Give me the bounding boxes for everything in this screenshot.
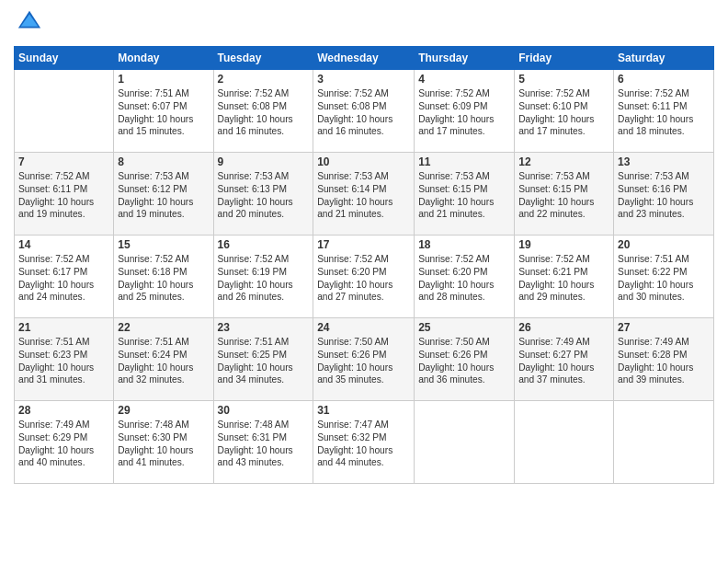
weekday-header-friday: Friday xyxy=(515,47,614,70)
day-number: 4 xyxy=(418,73,510,86)
day-info: Sunrise: 7:53 AMSunset: 6:15 PMDaylight:… xyxy=(518,170,609,221)
day-info: Sunrise: 7:51 AMSunset: 6:24 PMDaylight:… xyxy=(118,336,209,386)
calendar-cell: 11Sunrise: 7:53 AMSunset: 6:15 PMDayligh… xyxy=(415,153,515,236)
day-info: Sunrise: 7:51 AMSunset: 6:22 PMDaylight:… xyxy=(618,253,710,304)
day-number: 28 xyxy=(18,404,109,417)
calendar-cell: 22Sunrise: 7:51 AMSunset: 6:24 PMDayligh… xyxy=(114,318,213,401)
day-info: Sunrise: 7:52 AMSunset: 6:11 PMDaylight:… xyxy=(618,87,710,138)
day-info: Sunrise: 7:52 AMSunset: 6:08 PMDaylight:… xyxy=(317,87,410,138)
day-info: Sunrise: 7:52 AMSunset: 6:10 PMDaylight:… xyxy=(518,87,609,138)
day-number: 26 xyxy=(518,321,609,334)
logo-icon xyxy=(17,9,42,35)
day-info: Sunrise: 7:48 AMSunset: 6:30 PMDaylight:… xyxy=(118,419,209,469)
day-number: 15 xyxy=(118,238,209,251)
day-info: Sunrise: 7:51 AMSunset: 6:07 PMDaylight:… xyxy=(118,87,209,138)
calendar-week-row: 1Sunrise: 7:51 AMSunset: 6:07 PMDaylight… xyxy=(15,70,714,153)
day-number: 16 xyxy=(218,238,310,251)
day-number: 10 xyxy=(317,155,410,168)
day-number: 3 xyxy=(317,73,410,86)
day-info: Sunrise: 7:52 AMSunset: 6:21 PMDaylight:… xyxy=(518,253,609,304)
calendar-cell xyxy=(415,401,515,484)
day-number: 30 xyxy=(218,404,310,417)
day-info: Sunrise: 7:52 AMSunset: 6:18 PMDaylight:… xyxy=(118,253,209,304)
calendar-cell: 31Sunrise: 7:47 AMSunset: 6:32 PMDayligh… xyxy=(313,401,415,484)
day-number: 31 xyxy=(317,404,410,417)
logo xyxy=(14,9,44,39)
weekday-header-monday: Monday xyxy=(114,47,213,70)
day-info: Sunrise: 7:48 AMSunset: 6:31 PMDaylight:… xyxy=(218,419,310,469)
day-info: Sunrise: 7:52 AMSunset: 6:20 PMDaylight:… xyxy=(317,253,410,304)
calendar-cell: 25Sunrise: 7:50 AMSunset: 6:26 PMDayligh… xyxy=(415,318,515,401)
day-info: Sunrise: 7:52 AMSunset: 6:11 PMDaylight:… xyxy=(18,170,109,221)
calendar-cell: 26Sunrise: 7:49 AMSunset: 6:27 PMDayligh… xyxy=(515,318,614,401)
day-number: 8 xyxy=(118,155,209,168)
day-number: 18 xyxy=(418,238,510,251)
day-info: Sunrise: 7:53 AMSunset: 6:15 PMDaylight:… xyxy=(418,170,510,221)
calendar-cell xyxy=(515,401,614,484)
day-number: 1 xyxy=(118,73,209,86)
day-number: 7 xyxy=(18,155,109,168)
page: SundayMondayTuesdayWednesdayThursdayFrid… xyxy=(0,0,728,563)
header xyxy=(14,9,714,39)
day-info: Sunrise: 7:50 AMSunset: 6:26 PMDaylight:… xyxy=(317,336,410,386)
calendar-cell: 20Sunrise: 7:51 AMSunset: 6:22 PMDayligh… xyxy=(614,236,714,318)
day-number: 23 xyxy=(218,321,310,334)
calendar-cell: 4Sunrise: 7:52 AMSunset: 6:09 PMDaylight… xyxy=(415,70,515,153)
day-number: 5 xyxy=(518,73,609,86)
day-number: 11 xyxy=(418,155,510,168)
weekday-header-thursday: Thursday xyxy=(415,47,515,70)
weekday-header-row: SundayMondayTuesdayWednesdayThursdayFrid… xyxy=(15,47,714,70)
day-info: Sunrise: 7:52 AMSunset: 6:09 PMDaylight:… xyxy=(418,87,510,138)
day-number: 24 xyxy=(317,321,410,334)
calendar-cell xyxy=(614,401,714,484)
calendar-cell: 3Sunrise: 7:52 AMSunset: 6:08 PMDaylight… xyxy=(313,70,415,153)
day-info: Sunrise: 7:53 AMSunset: 6:12 PMDaylight:… xyxy=(118,170,209,221)
day-info: Sunrise: 7:49 AMSunset: 6:29 PMDaylight:… xyxy=(18,419,109,469)
day-number: 13 xyxy=(618,155,710,168)
day-info: Sunrise: 7:51 AMSunset: 6:25 PMDaylight:… xyxy=(218,336,310,386)
day-number: 6 xyxy=(618,73,710,86)
day-number: 25 xyxy=(418,321,510,334)
calendar-cell: 14Sunrise: 7:52 AMSunset: 6:17 PMDayligh… xyxy=(15,236,114,318)
calendar-cell: 27Sunrise: 7:49 AMSunset: 6:28 PMDayligh… xyxy=(614,318,714,401)
weekday-header-tuesday: Tuesday xyxy=(213,47,313,70)
day-info: Sunrise: 7:52 AMSunset: 6:19 PMDaylight:… xyxy=(218,253,310,304)
day-info: Sunrise: 7:50 AMSunset: 6:26 PMDaylight:… xyxy=(418,336,510,386)
day-number: 21 xyxy=(18,321,109,334)
day-info: Sunrise: 7:53 AMSunset: 6:13 PMDaylight:… xyxy=(218,170,310,221)
day-number: 9 xyxy=(218,155,310,168)
calendar-cell: 8Sunrise: 7:53 AMSunset: 6:12 PMDaylight… xyxy=(114,153,213,236)
day-number: 12 xyxy=(518,155,609,168)
calendar-cell: 17Sunrise: 7:52 AMSunset: 6:20 PMDayligh… xyxy=(313,236,415,318)
calendar-week-row: 7Sunrise: 7:52 AMSunset: 6:11 PMDaylight… xyxy=(15,153,714,236)
calendar-week-row: 28Sunrise: 7:49 AMSunset: 6:29 PMDayligh… xyxy=(15,401,714,484)
calendar-cell: 10Sunrise: 7:53 AMSunset: 6:14 PMDayligh… xyxy=(313,153,415,236)
calendar-cell: 6Sunrise: 7:52 AMSunset: 6:11 PMDaylight… xyxy=(614,70,714,153)
calendar-cell: 16Sunrise: 7:52 AMSunset: 6:19 PMDayligh… xyxy=(213,236,313,318)
calendar-cell: 28Sunrise: 7:49 AMSunset: 6:29 PMDayligh… xyxy=(15,401,114,484)
calendar-cell: 1Sunrise: 7:51 AMSunset: 6:07 PMDaylight… xyxy=(114,70,213,153)
day-info: Sunrise: 7:52 AMSunset: 6:20 PMDaylight:… xyxy=(418,253,510,304)
calendar-cell: 9Sunrise: 7:53 AMSunset: 6:13 PMDaylight… xyxy=(213,153,313,236)
weekday-header-saturday: Saturday xyxy=(614,47,714,70)
day-number: 2 xyxy=(218,73,310,86)
calendar-cell: 15Sunrise: 7:52 AMSunset: 6:18 PMDayligh… xyxy=(114,236,213,318)
day-info: Sunrise: 7:49 AMSunset: 6:28 PMDaylight:… xyxy=(618,336,710,386)
day-info: Sunrise: 7:52 AMSunset: 6:17 PMDaylight:… xyxy=(18,253,109,304)
calendar-week-row: 21Sunrise: 7:51 AMSunset: 6:23 PMDayligh… xyxy=(15,318,714,401)
calendar-cell: 30Sunrise: 7:48 AMSunset: 6:31 PMDayligh… xyxy=(213,401,313,484)
day-info: Sunrise: 7:49 AMSunset: 6:27 PMDaylight:… xyxy=(518,336,609,386)
day-number: 20 xyxy=(618,238,710,251)
weekday-header-wednesday: Wednesday xyxy=(313,47,415,70)
calendar-cell: 18Sunrise: 7:52 AMSunset: 6:20 PMDayligh… xyxy=(415,236,515,318)
calendar-cell: 23Sunrise: 7:51 AMSunset: 6:25 PMDayligh… xyxy=(213,318,313,401)
day-number: 14 xyxy=(18,238,109,251)
day-info: Sunrise: 7:47 AMSunset: 6:32 PMDaylight:… xyxy=(317,419,410,469)
day-number: 22 xyxy=(118,321,209,334)
calendar-cell: 19Sunrise: 7:52 AMSunset: 6:21 PMDayligh… xyxy=(515,236,614,318)
day-info: Sunrise: 7:52 AMSunset: 6:08 PMDaylight:… xyxy=(218,87,310,138)
day-number: 19 xyxy=(518,238,609,251)
calendar-cell xyxy=(15,70,114,153)
calendar-cell: 24Sunrise: 7:50 AMSunset: 6:26 PMDayligh… xyxy=(313,318,415,401)
calendar-cell: 12Sunrise: 7:53 AMSunset: 6:15 PMDayligh… xyxy=(515,153,614,236)
